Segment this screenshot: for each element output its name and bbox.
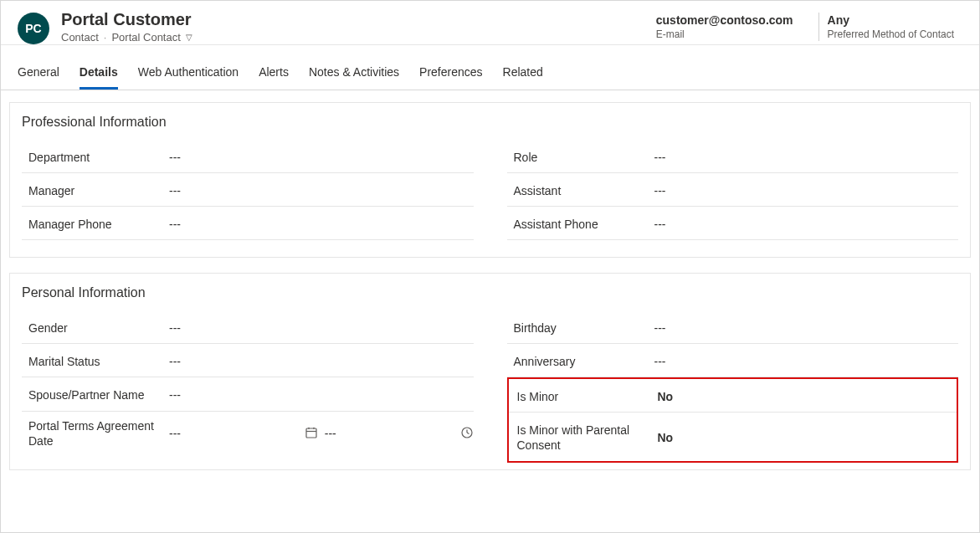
field-label: Marital Status <box>28 355 169 368</box>
field-label: Is Minor with Parental Consent <box>517 423 658 453</box>
svg-line-6 <box>467 433 469 434</box>
field-birthday[interactable]: Birthday --- <box>507 310 959 344</box>
field-value: --- <box>654 151 959 164</box>
header-field-label: Preferred Method of Contact <box>828 28 954 41</box>
field-value: No <box>658 431 949 444</box>
field-label: Gender <box>28 321 169 335</box>
calendar-icon[interactable] <box>305 426 318 442</box>
separator-dot: · <box>104 31 107 44</box>
field-assistant-phone[interactable]: Assistant Phone --- <box>507 207 959 240</box>
svg-rect-0 <box>306 428 316 438</box>
avatar: PC <box>18 13 49 44</box>
field-department[interactable]: Department --- <box>22 140 474 173</box>
entity-name: Contact <box>61 31 99 44</box>
clock-icon[interactable] <box>460 426 474 442</box>
form-selector-label: Portal Contact <box>111 31 180 44</box>
field-value: --- <box>169 321 474 335</box>
tab-related[interactable]: Related <box>503 60 543 90</box>
field-value: --- <box>169 388 474 402</box>
field-value: --- <box>169 184 474 197</box>
section-personal-info: Personal Information Gender --- Marital … <box>9 273 971 470</box>
time-value: --- <box>325 427 350 440</box>
field-portal-terms-date[interactable]: Portal Terms Agreement Date --- <box>22 412 474 457</box>
tab-details[interactable]: Details <box>80 60 118 90</box>
header-field-value: Any <box>828 13 954 28</box>
header-field-email[interactable]: customer@contoso.com E-mail <box>648 13 802 41</box>
field-value: --- <box>169 151 474 164</box>
form-header: PC Portal Customer Contact · Portal Cont… <box>1 1 979 45</box>
field-gender[interactable]: Gender --- <box>22 310 474 344</box>
field-assistant[interactable]: Assistant --- <box>507 173 959 207</box>
tab-preferences[interactable]: Preferences <box>419 60 482 90</box>
field-label: Role <box>514 151 654 164</box>
field-role[interactable]: Role --- <box>507 140 959 173</box>
header-field-label: E-mail <box>656 28 793 41</box>
field-label: Spouse/Partner Name <box>28 387 169 402</box>
field-value: --- <box>654 184 959 197</box>
field-spouse-partner[interactable]: Spouse/Partner Name --- <box>22 377 474 412</box>
field-label: Assistant <box>514 184 654 197</box>
tabs: General Details Web Authentication Alert… <box>1 60 979 90</box>
field-label: Manager Phone <box>28 218 169 231</box>
tab-alerts[interactable]: Alerts <box>259 60 289 90</box>
field-marital-status[interactable]: Marital Status --- <box>22 344 474 377</box>
tab-notes-activities[interactable]: Notes & Activities <box>309 60 399 90</box>
field-label: Portal Terms Agreement Date <box>28 418 169 448</box>
form-subtitle[interactable]: Contact · Portal Contact ▽ <box>61 31 192 44</box>
field-value: --- <box>169 218 474 231</box>
field-value: --- <box>654 321 959 335</box>
field-label: Anniversary <box>514 355 654 368</box>
field-label: Manager <box>28 184 169 197</box>
field-anniversary[interactable]: Anniversary --- <box>507 344 959 377</box>
field-value: --- <box>654 218 959 231</box>
header-fields: customer@contoso.com E-mail Any Preferre… <box>648 13 962 41</box>
field-value: --- <box>654 355 959 368</box>
field-manager[interactable]: Manager --- <box>22 173 474 207</box>
header-field-contact-method[interactable]: Any Preferred Method of Contact <box>818 13 962 41</box>
field-label: Department <box>28 151 169 164</box>
tab-web-auth[interactable]: Web Authentication <box>138 60 239 90</box>
page-title: Portal Customer <box>61 9 192 29</box>
date-value: --- <box>169 427 194 440</box>
header-field-value: customer@contoso.com <box>656 13 793 28</box>
form-root: PC Portal Customer Contact · Portal Cont… <box>0 0 980 533</box>
field-label: Is Minor <box>517 390 658 403</box>
section-title: Professional Information <box>22 115 958 130</box>
field-value: No <box>658 390 949 403</box>
section-professional-info: Professional Information Department --- … <box>9 102 971 258</box>
tab-general[interactable]: General <box>18 60 59 90</box>
field-manager-phone[interactable]: Manager Phone --- <box>22 207 474 240</box>
section-title: Personal Information <box>22 285 958 300</box>
chevron-down-icon[interactable]: ▽ <box>186 33 192 42</box>
minor-consent-highlight: Is Minor No Is Minor with Parental Conse… <box>507 377 959 463</box>
field-is-minor[interactable]: Is Minor No <box>509 379 957 413</box>
field-label: Assistant Phone <box>514 218 654 231</box>
field-label: Birthday <box>514 321 654 335</box>
field-is-minor-parental-consent[interactable]: Is Minor with Parental Consent No <box>509 413 957 461</box>
field-value: --- <box>169 355 474 368</box>
